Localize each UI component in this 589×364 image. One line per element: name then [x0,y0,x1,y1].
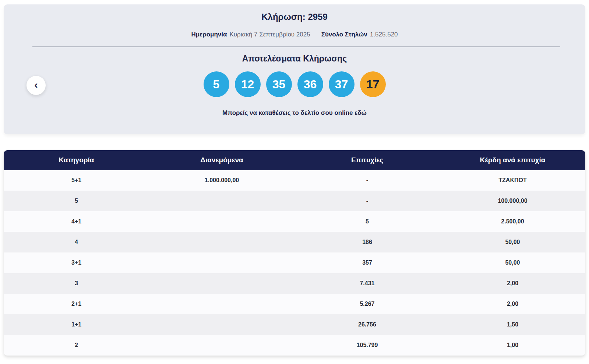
draw-title: Κλήρωση: 2959 [4,4,585,22]
cell-distributed [149,211,294,232]
table-row: 3 7.431 2,00 [4,273,585,294]
cell-category: 1+1 [4,314,149,335]
cell-hits: - [294,191,440,211]
winning-number-ball: 37 [329,71,355,97]
prize-table: Κατηγορία Διανεμόμενα Επιτυχίες Κέρδη αν… [4,150,585,356]
column-header-distributed: Διανεμόμενα [149,150,294,170]
column-header-category: Κατηγορία [4,150,149,170]
cell-category: 3+1 [4,252,149,273]
table-row: 2 105.799 1,00 [4,335,585,356]
cell-hits: 5.267 [294,294,440,314]
cell-prize: 1,50 [440,314,585,335]
cell-distributed [149,232,294,252]
cell-hits: 186 [294,232,440,252]
cell-category: 2 [4,335,149,356]
date-label: Ημερομηνία [191,31,227,38]
cell-distributed [149,294,294,314]
cell-hits: 7.431 [294,273,440,294]
table-row: 5+1 1.000.000,00 - ΤΖΑΚΠΟΤ [4,170,585,191]
cell-prize: 2,00 [440,273,585,294]
table-row: 2+1 5.267 2,00 [4,294,585,314]
chevron-left-icon: ‹ [34,80,38,90]
cell-hits: 105.799 [294,335,440,356]
cell-hits: - [294,170,440,191]
cell-prize: 2,00 [440,294,585,314]
winning-number-ball: 35 [266,71,292,97]
prize-table-header-row: Κατηγορία Διανεμόμενα Επιτυχίες Κέρδη αν… [4,150,585,170]
cell-distributed [149,314,294,335]
cell-distributed [149,252,294,273]
winning-number-ball: 36 [297,71,323,97]
draw-meta: Ημερομηνία Κυριακή 7 Σεπτεμβρίου 2025 Σύ… [4,31,585,38]
cell-prize: 2.500,00 [440,211,585,232]
submit-online-link[interactable]: Μπορείς να καταθέσεις το δελτίο σου onli… [222,109,367,117]
total-columns-value: 1.525.520 [370,31,398,38]
total-columns: Σύνολο Στηλών 1.525.520 [321,31,398,38]
cell-category: 4 [4,232,149,252]
table-row: 4+1 5 2.500,00 [4,211,585,232]
cell-prize: 100.000,00 [440,191,585,211]
table-row: 3+1 357 50,00 [4,252,585,273]
winning-number-ball: 5 [204,71,229,97]
cell-category: 4+1 [4,211,149,232]
cell-prize: 50,00 [440,232,585,252]
draw-date: Ημερομηνία Κυριακή 7 Σεπτεμβρίου 2025 [191,31,310,38]
cell-hits: 357 [294,252,440,273]
cell-prize: ΤΖΑΚΠΟΤ [440,170,585,191]
winning-number-ball: 12 [235,71,261,97]
date-value: Κυριακή 7 Σεπτεμβρίου 2025 [229,31,310,38]
cell-category: 3 [4,273,149,294]
cell-distributed [149,273,294,294]
joker-number-ball: 17 [360,71,386,97]
results-title: Αποτελέσματα Κλήρωσης [4,53,585,64]
column-header-prize: Κέρδη ανά επιτυχία [440,150,585,170]
cell-prize: 1,00 [440,335,585,356]
total-columns-label: Σύνολο Στηλών [321,31,367,38]
table-row: 1+1 26.756 1,50 [4,314,585,335]
winning-numbers-row: 5 12 35 36 37 17 [4,71,585,97]
draw-summary-banner: Κλήρωση: 2959 Ημερομηνία Κυριακή 7 Σεπτε… [4,4,585,134]
column-header-hits: Επιτυχίες [294,150,440,170]
cell-prize: 50,00 [440,252,585,273]
cell-distributed [149,191,294,211]
cell-category: 2+1 [4,294,149,314]
table-row: 5 - 100.000,00 [4,191,585,211]
cell-distributed [149,335,294,356]
banner-divider [32,46,560,47]
table-row: 4 186 50,00 [4,232,585,252]
draw-number: 2959 [308,12,327,22]
cell-category: 5 [4,191,149,211]
prize-table-body: 5+1 1.000.000,00 - ΤΖΑΚΠΟΤ 5 - 100.000,0… [4,170,585,356]
previous-draw-button[interactable]: ‹ [27,76,46,95]
cell-hits: 26.756 [294,314,440,335]
draw-title-label: Κλήρωση: [261,12,306,22]
cell-category: 5+1 [4,170,149,191]
cell-distributed: 1.000.000,00 [149,170,294,191]
cell-hits: 5 [294,211,440,232]
